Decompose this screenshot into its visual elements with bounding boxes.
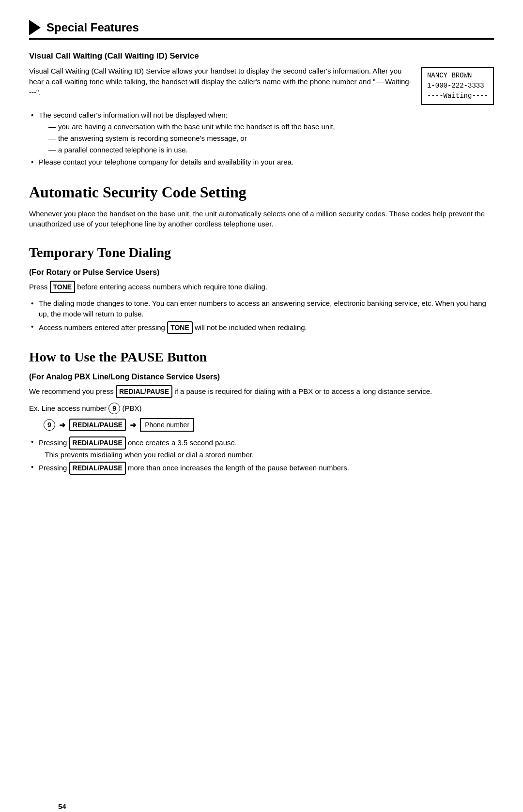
list-item: Pressing REDIAL/PAUSE once creates a 3.5… [29, 436, 494, 460]
temp-tone-heading: Temporary Tone Dialing [29, 243, 494, 263]
pause-intro-after: if a pause is required for dialing with … [172, 387, 432, 395]
intro-text-after: before entering access numbers which req… [75, 283, 267, 291]
sequence-arrow1: ➜ [59, 420, 65, 431]
pause-bullet-list: Pressing REDIAL/PAUSE once creates a 3.5… [29, 436, 494, 474]
sub-list-item: you are having a conversation with the b… [48, 121, 494, 132]
caller-display-box: NANCY BROWN 1-000-222-3333 ----Waiting--… [421, 67, 494, 105]
auto-security-body: Whenever you place the handset on the ba… [29, 209, 494, 230]
bullet-text: Pressing [39, 438, 69, 447]
tone-key-1: TONE [50, 281, 76, 293]
auto-security-section: Automatic Security Code Setting Whenever… [29, 181, 494, 229]
example-line: Ex. Line access number 9 (PBX) [29, 403, 494, 414]
vcw-body: Visual Call Waiting (Call Waiting ID) Se… [29, 66, 412, 97]
bullet-text-after: once creates a 3.5 second pause. [126, 438, 237, 447]
tone-key-2: TONE [167, 321, 193, 334]
bullet-text: Pressing [39, 464, 69, 472]
vcw-section: Visual Call Waiting (Call Waiting ID) Se… [29, 50, 494, 167]
temp-tone-bullet-list: The dialing mode changes to tone. You ca… [29, 298, 494, 334]
vcw-bullet-list: The second caller's information will not… [29, 110, 494, 167]
sub-item-text: the answering system is recording someon… [58, 134, 247, 142]
pause-subheading: (For Analog PBX Line/Long Distance Servi… [29, 371, 494, 382]
intro-text-before: Press [29, 283, 50, 291]
bullet-text: The second caller's information will not… [39, 111, 228, 119]
header-divider [29, 38, 494, 40]
vcw-heading: Visual Call Waiting (Call Waiting ID) Se… [29, 50, 494, 62]
vcw-content: Visual Call Waiting (Call Waiting ID) Se… [29, 66, 494, 105]
vcw-body-text: Visual Call Waiting (Call Waiting ID) Se… [29, 66, 412, 97]
pause-heading: How to Use the PAUSE Button [29, 347, 494, 367]
redial-pause-key-2: REDIAL/PAUSE [69, 436, 126, 449]
example-label: Ex. Line access number [29, 404, 108, 412]
list-item: The dialing mode changes to tone. You ca… [29, 298, 494, 319]
arrow-icon [29, 20, 41, 35]
page-number: 54 [58, 801, 66, 812]
bullet-text-after: more than once increases the length of t… [126, 464, 349, 472]
sequence-redial-key: REDIAL/PAUSE [69, 419, 126, 431]
temp-tone-section: Temporary Tone Dialing (For Rotary or Pu… [29, 243, 494, 334]
list-item: Pressing REDIAL/PAUSE more than once inc… [29, 462, 494, 474]
bullet-text: The dialing mode changes to tone. You ca… [39, 299, 486, 318]
bullet-text: Please contact your telephone company fo… [39, 158, 293, 166]
sequence-arrow2: ➜ [130, 420, 136, 431]
sub-list: you are having a conversation with the b… [48, 121, 494, 155]
pause-intro-before: We recommend you press [29, 387, 116, 395]
sequence-num: 9 [44, 419, 55, 431]
bullet-text-after: will not be included when redialing. [193, 323, 307, 331]
list-item: Please contact your telephone company fo… [29, 157, 494, 167]
pause-button-section: How to Use the PAUSE Button (For Analog … [29, 347, 494, 475]
example-number: 9 [108, 403, 120, 414]
special-features-header: Special Features [29, 19, 494, 36]
sub-list-item: a parallel connected telephone is in use… [48, 145, 494, 155]
sub-bullet-text: This prevents misdialing when you redial… [39, 451, 254, 459]
redial-pause-key-1: REDIAL/PAUSE [116, 385, 172, 398]
pause-intro: We recommend you press REDIAL/PAUSE if a… [29, 385, 494, 398]
sub-list-item: the answering system is recording someon… [48, 133, 494, 144]
list-item: Access numbers entered after pressing TO… [29, 321, 494, 334]
list-item: The second caller's information will not… [29, 110, 494, 155]
dialing-sequence: 9 ➜ REDIAL/PAUSE ➜ Phone number [44, 418, 494, 432]
bullet-text: Access numbers entered after pressing [39, 323, 167, 331]
temp-tone-intro: Press TONE before entering access number… [29, 281, 494, 293]
sub-item-text: you are having a conversation with the b… [58, 122, 335, 131]
temp-tone-subheading: (For Rotary or Pulse Service Users) [29, 267, 494, 278]
special-features-title: Special Features [46, 19, 139, 36]
auto-security-heading: Automatic Security Code Setting [29, 181, 494, 203]
phone-number-box: Phone number [140, 418, 194, 432]
example-suffix: (PBX) [120, 404, 141, 412]
sub-item-text: a parallel connected telephone is in use… [58, 146, 188, 154]
redial-pause-key-3: REDIAL/PAUSE [69, 462, 126, 474]
